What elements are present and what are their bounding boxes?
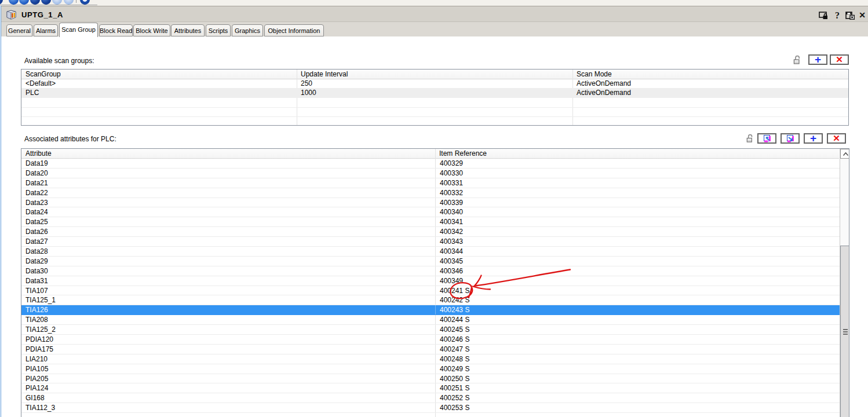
cell-item-reference: 400344: [435, 247, 840, 256]
attribute-row-TIA125_1[interactable]: TIA125_1400242 S: [21, 295, 840, 305]
cell-attribute: Data31: [21, 276, 435, 286]
attribute-row-Data20[interactable]: Data20400330: [21, 169, 840, 178]
column-header-scan-mode[interactable]: Scan Mode: [572, 70, 849, 79]
app-toolbar-icon-3[interactable]: [19, 0, 29, 5]
attribute-row-GI168[interactable]: GI168400252 S: [21, 393, 840, 403]
associated-attributes-label: Associated attributes for PLC:: [24, 135, 116, 143]
lock-window-icon[interactable]: [819, 12, 828, 20]
save-and-close-icon[interactable]: [845, 12, 855, 20]
cell-item-reference: 400249 S: [435, 364, 840, 374]
cell-item-reference: 400330: [435, 169, 840, 178]
delete-attribute-button[interactable]: ✕: [827, 133, 846, 144]
attribute-row-TIA208[interactable]: TIA208400244 S: [21, 315, 840, 325]
tab-object-information[interactable]: Object Information: [264, 24, 324, 36]
tab-attributes[interactable]: Attributes: [171, 24, 205, 36]
column-header-item-reference[interactable]: Item Reference: [435, 149, 840, 159]
column-header-scangroup[interactable]: ScanGroup: [21, 70, 297, 79]
close-icon[interactable]: ✕: [858, 12, 866, 20]
attribute-row-Data25[interactable]: Data25400341: [21, 217, 840, 227]
attribute-row-Data21[interactable]: Data21400331: [21, 178, 840, 188]
cell-update-interval: [297, 117, 572, 126]
attribute-row-LIA210[interactable]: LIA210400248 S: [21, 354, 840, 364]
attribute-row-PIA205[interactable]: PIA205400250 S: [21, 374, 840, 384]
app-toolbar-icon-4[interactable]: [30, 0, 40, 5]
scan-group-row-empty[interactable]: [21, 108, 848, 117]
window-title: UPTG_1_A: [21, 10, 63, 19]
tab-alarms[interactable]: Alarms: [34, 24, 58, 36]
tab-scan-group[interactable]: Scan Group: [59, 23, 98, 37]
tab-block-write[interactable]: Block Write: [133, 24, 170, 36]
scan-group-row-empty[interactable]: [21, 117, 848, 126]
scan-group-row-PLC[interactable]: PLC1000ActiveOnDemand: [21, 89, 848, 98]
cell-item-reference: 400251 S: [435, 383, 840, 393]
app-toolbar-icon-7[interactable]: [64, 0, 74, 5]
attribute-row-Data28[interactable]: Data28400344: [21, 247, 840, 257]
cell-attribute: Data23: [21, 198, 435, 207]
attribute-row-PDIA175[interactable]: PDIA175400247 S: [21, 345, 840, 354]
unlock-icon-scan-groups: [793, 55, 803, 65]
attribute-row-TIA126[interactable]: TIA126400243 S: [21, 305, 840, 315]
column-header-update-interval[interactable]: Update Interval: [297, 70, 572, 79]
cell-attribute: PIA124: [21, 383, 435, 393]
vertical-scrollbar[interactable]: [840, 149, 849, 417]
column-header-attribute[interactable]: Attribute: [21, 149, 435, 159]
cell-attribute: Data24: [21, 207, 435, 217]
attribute-row-TIA107[interactable]: TIA107400241 S: [21, 286, 840, 296]
cell-scangroup: [21, 117, 297, 126]
cell-item-reference: 400243 S: [435, 305, 840, 314]
cell-scangroup: [21, 98, 297, 107]
attribute-row-TIA125_2[interactable]: TIA125_2400245 S: [21, 325, 840, 335]
toolbar-separator: [76, 0, 76, 3]
scan-group-row-<Default>[interactable]: <Default>250ActiveOnDemand: [21, 79, 848, 89]
add-attribute-button[interactable]: +: [804, 133, 823, 144]
cell-item-reference: 400246 S: [435, 335, 840, 344]
cell-attribute: Data21: [21, 178, 435, 188]
attribute-row-PIA105[interactable]: PIA105400249 S: [21, 364, 840, 374]
scan-group-row-empty[interactable]: [21, 98, 848, 107]
tab-scripts[interactable]: Scripts: [206, 24, 231, 36]
add-scan-group-button[interactable]: +: [808, 54, 827, 65]
cell-attribute: PDIA120: [21, 335, 435, 344]
cell-attribute: GI168: [21, 393, 435, 403]
thumb-grip: [843, 329, 848, 330]
attribute-row-Data31[interactable]: Data31400349: [21, 276, 840, 286]
cell-attribute: TIA125_1: [21, 295, 435, 305]
cell-attribute: Data20: [21, 169, 435, 178]
attribute-row-Data23[interactable]: Data23400339: [21, 198, 840, 208]
attribute-row-Data26[interactable]: Data26400342: [21, 227, 840, 237]
cell-item-reference: 400340: [435, 207, 840, 217]
delete-scan-group-button[interactable]: ✕: [830, 54, 849, 65]
cell-update-interval: [297, 98, 572, 107]
scrollbar-thumb[interactable]: [840, 246, 849, 417]
app-toolbar-icon-8[interactable]: [80, 0, 90, 5]
attribute-row-PIA124[interactable]: PIA124400251 S: [21, 383, 840, 393]
app-toolbar-icon-1[interactable]: [0, 0, 3, 5]
attribute-row-Data30[interactable]: Data30400346: [21, 266, 840, 276]
attribute-row-Data29[interactable]: Data29400345: [21, 257, 840, 266]
attribute-row-TIA112_3[interactable]: TIA112_3400253 S: [21, 403, 840, 413]
cell-attribute: PIA105: [21, 364, 435, 374]
tab-graphics[interactable]: Graphics: [232, 24, 263, 36]
tab-general[interactable]: General: [6, 24, 32, 36]
attribute-row-PDIA120[interactable]: PDIA120400246 S: [21, 335, 840, 345]
attribute-row-Data24[interactable]: Data24400340: [21, 207, 840, 217]
scroll-up-button[interactable]: [840, 149, 849, 159]
help-icon[interactable]: ?: [834, 12, 841, 20]
cell-scangroup: PLC: [21, 89, 297, 97]
tab-block-read[interactable]: Block Read: [99, 24, 133, 36]
attribute-row-Data19[interactable]: Data19400329: [21, 159, 840, 169]
attribute-row-Data22[interactable]: Data22400332: [21, 188, 840, 198]
app-toolbar-icon-2[interactable]: [9, 0, 19, 5]
attribute-row-Data27[interactable]: Data27400343: [21, 237, 840, 247]
cell-item-reference: 400250 S: [435, 374, 840, 383]
cell-attribute: Data22: [21, 188, 435, 197]
available-scan-groups-label: Available scan groups:: [24, 57, 94, 65]
app-toolbar-icon-5[interactable]: [41, 0, 51, 5]
cell-attribute: TIA112_3: [21, 403, 435, 412]
app-toolbar-icon-6[interactable]: [52, 0, 62, 5]
import-attributes-button[interactable]: [757, 133, 776, 144]
red-x-icon: ✕: [828, 134, 845, 142]
export-attributes-button[interactable]: [781, 133, 800, 144]
cell-item-reference: 400339: [435, 198, 840, 207]
plus-icon: +: [809, 56, 826, 64]
